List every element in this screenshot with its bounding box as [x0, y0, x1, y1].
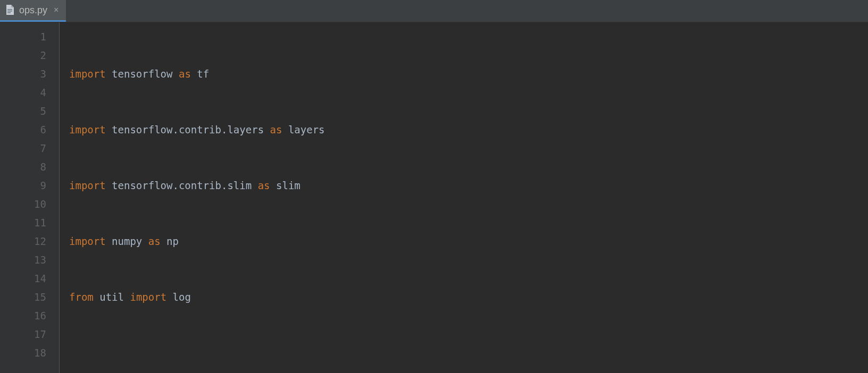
close-icon[interactable]: × — [54, 5, 59, 15]
line-number: 9 — [0, 176, 46, 195]
line-number: 8 — [0, 158, 46, 176]
svg-rect-0 — [7, 9, 12, 10]
line-number: 2 — [0, 46, 46, 65]
code-line: import tensorflow.contrib.slim as slim — [69, 176, 556, 195]
line-number: 7 — [0, 139, 46, 158]
tab-ops-py[interactable]: ops.py × — [0, 0, 66, 22]
line-number: 18 — [0, 344, 46, 362]
code-line: import tensorflow as tf — [69, 65, 556, 83]
code-area[interactable]: import tensorflow as tf import tensorflo… — [60, 22, 556, 373]
line-number: 5 — [0, 102, 46, 121]
code-line: from util import log — [69, 288, 556, 307]
code-line — [69, 344, 556, 362]
line-number: 16 — [0, 307, 46, 325]
svg-rect-2 — [7, 12, 11, 13]
line-number: 6 — [0, 121, 46, 139]
line-number: 1 — [0, 28, 46, 46]
gutter: 1 2 3 4 5 6 7 8 9 10 11 12 13 14 15 16 1… — [0, 22, 60, 373]
line-number: 11 — [0, 214, 46, 232]
line-number: 4 — [0, 83, 46, 102]
file-icon — [5, 4, 15, 16]
line-number: 3 — [0, 65, 46, 83]
svg-rect-1 — [7, 11, 12, 12]
editor: 1 2 3 4 5 6 7 8 9 10 11 12 13 14 15 16 1… — [0, 22, 868, 373]
tab-filename: ops.py — [19, 5, 47, 16]
line-number: 15 — [0, 288, 46, 307]
code-line: import tensorflow.contrib.layers as laye… — [69, 121, 556, 139]
line-number: 14 — [0, 269, 46, 288]
line-number: 13 — [0, 251, 46, 269]
line-number: 10 — [0, 195, 46, 214]
line-number: 17 — [0, 325, 46, 344]
line-number: 12 — [0, 232, 46, 251]
code-line: import numpy as np — [69, 232, 556, 251]
tab-bar: ops.py × — [0, 0, 868, 22]
